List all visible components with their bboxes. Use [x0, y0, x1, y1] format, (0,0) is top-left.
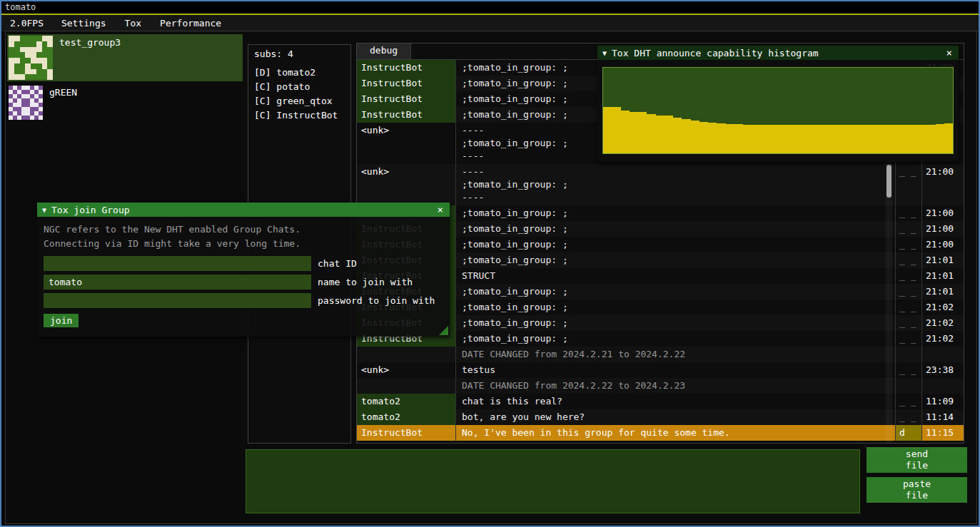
contact-name: gREEN	[49, 86, 77, 98]
collapse-arrow-icon[interactable]: ▼	[602, 49, 607, 57]
send-file-button[interactable]: send file	[867, 447, 967, 473]
histogram-bin	[761, 125, 769, 153]
close-icon[interactable]: ×	[945, 47, 954, 58]
group-avatar	[9, 36, 53, 80]
join-button[interactable]: join	[44, 314, 79, 327]
histogram-plot	[602, 67, 954, 154]
contact-list: test_group3gREEN	[7, 34, 243, 124]
paste-file-button[interactable]: paste file	[867, 477, 967, 503]
histogram-bin	[944, 123, 953, 153]
menu-items: SettingsToxPerformance	[52, 18, 231, 29]
contact-name: test_group3	[59, 36, 121, 48]
message-text: ---- ;tomato_in_group: ; ----	[456, 164, 896, 205]
message-time	[922, 347, 964, 362]
histogram-bin	[901, 125, 909, 153]
join-input-name-to-join-with[interactable]: tomato	[44, 275, 311, 290]
join-field-row: tomatoname to join with	[44, 275, 443, 290]
subs-item[interactable]: [C] InstructBot	[254, 108, 345, 123]
message-input[interactable]	[246, 449, 860, 513]
histogram-bin	[752, 125, 760, 153]
message-sender: InstructBot	[357, 107, 456, 123]
histogram-bin	[778, 125, 787, 153]
histogram-bin	[726, 124, 734, 153]
histogram-bin	[909, 125, 918, 153]
tab-debug[interactable]: debug	[357, 44, 411, 59]
histogram-bin	[630, 112, 638, 153]
message-time: 21:01	[922, 284, 964, 300]
message-sender: tomato2	[357, 409, 456, 425]
message-row[interactable]: InstructBotNo, I've been in this group f…	[357, 425, 964, 441]
message-flags: _ _	[896, 252, 922, 268]
histogram-bin	[866, 125, 874, 153]
message-text: No, I've been in this group for quite so…	[456, 425, 896, 441]
message-flags: _ _	[896, 409, 922, 425]
histogram-bin	[883, 125, 891, 153]
histogram-bin	[769, 125, 778, 153]
join-field-row: chat ID	[44, 256, 443, 271]
collapse-arrow-icon[interactable]: ▼	[42, 206, 46, 214]
histogram-bin	[918, 125, 926, 153]
menu-item-performance[interactable]: Performance	[151, 18, 231, 29]
send-file-label-2: file	[868, 460, 966, 471]
message-time: 21:00	[922, 205, 964, 221]
histogram-bin	[839, 125, 848, 153]
histogram-bin	[621, 111, 630, 153]
message-row[interactable]: tomato2bot, are you new here?_ _11:14	[357, 409, 964, 425]
message-sender	[357, 378, 456, 394]
close-icon[interactable]: ×	[436, 204, 445, 215]
app-window: tomato 2.0FPS SettingsToxPerformance tes…	[0, 0, 980, 527]
histogram-bin	[848, 125, 857, 153]
join-group-window-title: Tox join Group	[51, 205, 431, 215]
message-time: 21:01	[922, 268, 964, 284]
menu-item-settings[interactable]: Settings	[52, 18, 116, 29]
message-flags: _ _	[896, 331, 922, 347]
message-flags: _ _	[896, 268, 922, 284]
histogram-window-titlebar[interactable]: ▼ Tox DHT announce capability histogram …	[597, 46, 959, 60]
chat-scrollbar-thumb[interactable]	[886, 165, 891, 198]
subs-item[interactable]: [C] potato	[254, 80, 345, 94]
histogram-bin	[699, 122, 708, 153]
join-info-line-2: Connecting via ID might take a very long…	[44, 237, 443, 251]
message-row[interactable]: DATE CHANGED from 2024.2.21 to 2024.2.22	[357, 347, 964, 362]
message-time: 21:01	[922, 252, 964, 268]
histogram-bin	[796, 125, 804, 153]
message-sender	[357, 347, 456, 362]
message-flags: _ _	[896, 315, 922, 331]
message-text: bot, are you new here?	[456, 409, 896, 425]
join-input-password-to-join-with[interactable]	[44, 293, 311, 308]
histogram-bin	[857, 125, 865, 153]
message-row[interactable]: <unk>---- ;tomato_in_group: ; ----_ _21:…	[357, 164, 964, 205]
message-text: DATE CHANGED from 2024.2.21 to 2024.2.22	[456, 347, 896, 362]
resize-grip[interactable]	[439, 326, 448, 335]
message-time: 11:15	[922, 425, 964, 441]
subs-item[interactable]: [D] tomato2	[254, 66, 345, 80]
join-group-window: ▼ Tox join Group × NGC refers to the New…	[37, 203, 450, 337]
histogram-bin	[665, 116, 673, 153]
message-sender: <unk>	[357, 123, 456, 164]
message-row[interactable]: DATE CHANGED from 2024.2.22 to 2024.2.23	[357, 378, 964, 394]
subs-item[interactable]: [C] green_qtox	[254, 94, 345, 108]
message-row[interactable]: tomato2chat is this real?_ _11:09	[357, 394, 964, 409]
menu-bar: 2.0FPS SettingsToxPerformance	[1, 15, 979, 31]
message-time: 11:14	[922, 409, 964, 425]
histogram-window-body	[597, 60, 959, 162]
histogram-bin	[891, 125, 900, 153]
message-flags	[896, 347, 922, 362]
join-field-row: password to join with	[44, 293, 443, 308]
contact-item-test_group3[interactable]: test_group3	[7, 34, 243, 81]
histogram-bin	[603, 107, 612, 153]
join-field-label: chat ID	[318, 258, 357, 269]
histogram-bin	[734, 124, 743, 153]
join-fields: chat IDtomatoname to join withpassword t…	[44, 256, 443, 308]
message-flags: _ _	[896, 362, 922, 378]
menu-item-tox[interactable]: Tox	[116, 18, 151, 29]
message-time: 21:00	[922, 164, 964, 205]
contact-item-gREEN[interactable]: gREEN	[7, 84, 243, 121]
message-sender: <unk>	[357, 164, 456, 205]
message-row[interactable]: <unk>testus_ _23:38	[357, 362, 964, 378]
join-input-chat-ID[interactable]	[44, 256, 311, 271]
join-group-window-titlebar[interactable]: ▼ Tox join Group ×	[37, 203, 450, 217]
window-titlebar[interactable]: tomato	[1, 1, 979, 14]
message-text: ;tomato_in_group: ;	[456, 331, 896, 347]
histogram-bin	[804, 125, 813, 153]
